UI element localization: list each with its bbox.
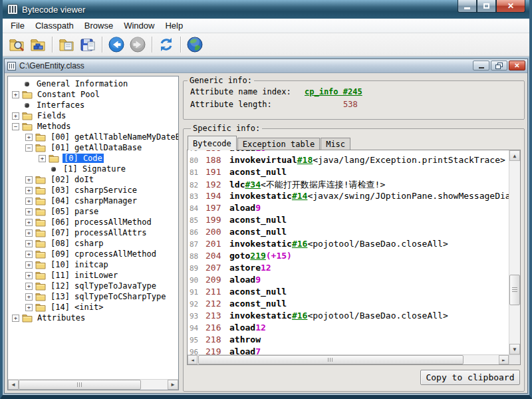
tab-exception-table[interactable]: Exception table [237, 138, 320, 150]
tree-item-label[interactable]: [14] <init> [49, 303, 104, 312]
expand-icon[interactable]: + [25, 251, 33, 258]
tree-item-label[interactable]: Attributes [36, 313, 86, 323]
expand-icon[interactable]: + [25, 261, 33, 269]
expand-icon[interactable]: + [25, 208, 33, 215]
tab-misc[interactable]: Misc [321, 138, 350, 150]
maximize-button[interactable] [477, 0, 496, 13]
reload-button[interactable] [156, 35, 176, 54]
tree-item[interactable]: +[09] cprocessAllMethod [9, 249, 178, 259]
expand-icon[interactable]: + [25, 176, 33, 184]
constant-pool-link[interactable]: #18 [297, 155, 313, 165]
expand-icon[interactable]: + [25, 240, 33, 247]
tree-item-label[interactable]: [08] csharp [49, 239, 104, 248]
menu-window[interactable]: Window [118, 19, 160, 32]
tree-item[interactable]: −[01] getAllDataBase [9, 142, 178, 153]
tree-item-label[interactable]: [09] cprocessAllMethod [49, 249, 158, 259]
constant-pool-link[interactable]: #14 [292, 191, 307, 201]
tree-item[interactable]: +[11] initLower [9, 270, 178, 281]
collapse-icon[interactable]: − [25, 144, 33, 152]
expand-icon[interactable]: + [12, 91, 19, 98]
expand-icon[interactable]: + [25, 198, 33, 205]
tree-item[interactable]: +[06] processAllMethod [9, 217, 178, 227]
tree-item[interactable]: +[08] csharp [9, 238, 178, 249]
expand-icon[interactable]: + [25, 283, 33, 290]
tree-item[interactable]: +[05] parse [9, 206, 178, 217]
menu-browse[interactable]: Browse [79, 19, 118, 32]
tree-item-label[interactable]: [02] doIt [49, 175, 95, 184]
tree-item-label[interactable]: [11] initLower [49, 271, 119, 280]
tree-item-label[interactable]: [04] csharpManager [49, 196, 138, 205]
tree-item[interactable]: +[00] getAllTableNameMyDateBaseNa [9, 132, 178, 142]
tree-item[interactable]: General Information [9, 78, 178, 89]
minimize-button[interactable] [458, 0, 477, 13]
constant-pool-link[interactable]: #16 [292, 311, 307, 321]
tree-item-label[interactable]: [07] processAllAttrs [49, 228, 148, 237]
tree-item-label[interactable]: [01] getAllDataBase [49, 143, 143, 152]
tree-item[interactable]: Interfaces [9, 100, 178, 110]
code-hscroll-thumb[interactable] [198, 355, 464, 364]
tree-item-label[interactable]: Constant Pool [36, 90, 101, 99]
tree-horizontal-scrollbar[interactable]: ◄ ► [8, 379, 178, 390]
expand-icon[interactable]: + [25, 304, 33, 311]
tree-item-label[interactable]: [13] sqlTypeToCSharpType [49, 292, 167, 301]
tree-item[interactable]: +[02] doIt [9, 174, 178, 185]
scroll-down-arrow[interactable]: ▼ [509, 344, 520, 354]
tree-item[interactable]: +Constant Pool [9, 89, 178, 100]
tree-item[interactable]: −Methods [9, 121, 178, 132]
tree-item-label[interactable]: [06] processAllMethod [49, 217, 153, 227]
tree-item-label[interactable]: [10] initcap [49, 260, 110, 269]
doc-restore-button[interactable] [491, 61, 507, 70]
tree-hscroll-thumb[interactable] [19, 380, 141, 390]
tree-item[interactable]: +Attributes [9, 313, 178, 323]
tree-item[interactable]: +[14] <init> [9, 302, 178, 313]
constant-pool-link[interactable]: 219 [250, 251, 265, 261]
tree-item[interactable]: +[0] Code [9, 153, 178, 164]
tree-item-label[interactable]: [12] sqlTypeToJavaType [49, 281, 158, 291]
tree-item-label[interactable]: [00] getAllTableNameMyDateBaseNa [49, 132, 178, 142]
constant-pool-link[interactable]: #34 [245, 180, 260, 190]
open-workspace-button[interactable] [57, 35, 76, 54]
tree-item-label[interactable]: Fields [36, 111, 67, 120]
bytecode-vertical-scrollbar[interactable]: ▲ ▼ [509, 150, 520, 354]
backward-button[interactable] [106, 35, 126, 54]
tree-item[interactable]: +[13] sqlTypeToCSharpType [9, 291, 178, 302]
collapse-icon[interactable]: − [12, 123, 19, 130]
scroll-left-arrow[interactable]: ◄ [8, 380, 19, 390]
menu-file[interactable]: File [5, 19, 30, 32]
open-classpath-button[interactable] [28, 35, 48, 54]
tree-item[interactable]: +[12] sqlTypeToJavaType [9, 281, 178, 291]
doc-close-button[interactable]: ✕ [509, 61, 525, 70]
tree-item-label[interactable]: [1] Signature [62, 164, 127, 174]
expand-icon[interactable]: + [25, 293, 33, 301]
expand-icon[interactable]: + [25, 187, 33, 194]
close-button[interactable]: ✕ [496, 0, 525, 13]
tree-item[interactable]: +[07] processAllAttrs [9, 227, 178, 238]
tree-item[interactable]: +[03] csharpService [9, 185, 178, 196]
tree-item[interactable]: +[04] csharpManager [9, 196, 178, 206]
scroll-right-arrow[interactable]: ► [168, 380, 178, 390]
tree-item-label[interactable]: General Information [35, 79, 129, 88]
tree-item[interactable]: [1] Signature [9, 164, 178, 174]
tab-bytecode[interactable]: Bytecode [188, 136, 237, 150]
doc-minimize-button[interactable] [473, 61, 489, 70]
expand-icon[interactable]: + [25, 272, 33, 279]
tree-item-label[interactable]: [03] csharpService [49, 186, 138, 195]
menu-classpath[interactable]: Classpath [30, 19, 79, 32]
menu-help[interactable]: Help [160, 19, 188, 32]
expand-icon[interactable]: + [12, 112, 19, 120]
tree-item-label[interactable]: [0] Code [63, 154, 104, 163]
expand-icon[interactable]: + [12, 315, 19, 322]
open-class-file-button[interactable] [7, 35, 27, 54]
tree-item-label[interactable]: Interfaces [35, 100, 86, 110]
constant-pool-link[interactable]: cp_info #245 [305, 87, 362, 96]
expand-icon[interactable]: + [39, 155, 46, 162]
code-vscroll-thumb[interactable] [509, 275, 520, 305]
web-homepage-button[interactable] [185, 35, 205, 54]
save-workspace-button[interactable] [78, 35, 98, 54]
tree-item[interactable]: +[10] initcap [9, 259, 178, 270]
scroll-left-arrow[interactable]: ◄ [188, 355, 198, 364]
constant-pool-link[interactable]: #16 [292, 239, 307, 249]
expand-icon[interactable]: + [25, 219, 33, 226]
scroll-up-arrow[interactable]: ▲ [509, 150, 520, 161]
tree-item[interactable]: +Fields [9, 110, 178, 121]
